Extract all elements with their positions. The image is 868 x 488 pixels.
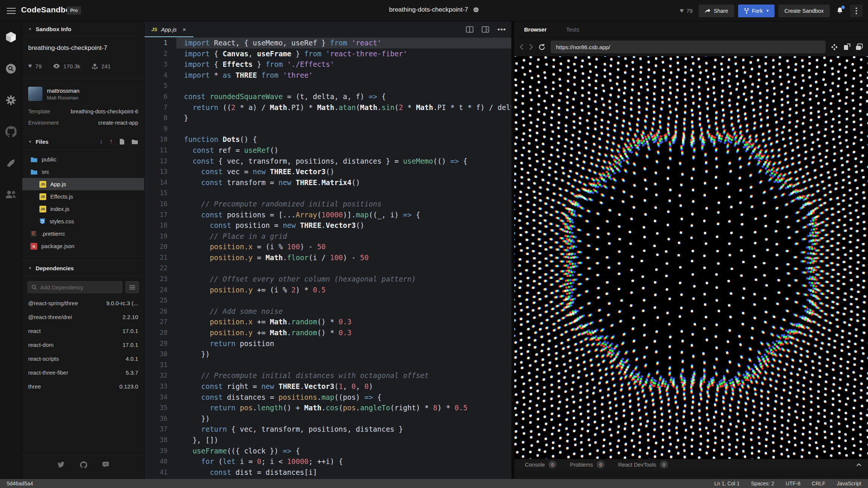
- preview-canvas[interactable]: [514, 56, 868, 468]
- dependency-row[interactable]: @react-spring/three9.0.0-rc.3 (...: [22, 296, 144, 310]
- file-row--prettierrc[interactable]: .prettierrc: [22, 227, 144, 240]
- github-icon[interactable]: [80, 461, 87, 468]
- tab-close-icon[interactable]: ×: [183, 26, 186, 33]
- file-row-app-js[interactable]: JSApp.js: [22, 178, 144, 190]
- line-number: 2: [145, 48, 176, 59]
- code-line: 36 }): [145, 413, 511, 424]
- twitter-icon[interactable]: [57, 461, 65, 468]
- like-button[interactable]: ♥ 79: [680, 7, 693, 15]
- status-item-crlf[interactable]: CRLF: [812, 480, 826, 486]
- add-dependency-search[interactable]: [27, 281, 122, 293]
- new-folder-icon[interactable]: [131, 139, 138, 145]
- status-right-items: Ln 1, Col 1Spaces: 2UTF-8CRLFJavaScript: [714, 480, 861, 486]
- dependency-row[interactable]: react-dom17.0.1: [22, 338, 144, 352]
- console-expand-chevron-icon[interactable]: [856, 463, 864, 466]
- files-header[interactable]: ▼ Files ↓ ↑: [22, 134, 144, 149]
- responsive-preview-icon[interactable]: [831, 44, 838, 51]
- create-sandbox-button[interactable]: Create Sandbox: [778, 5, 830, 17]
- heart-icon: ♥: [28, 62, 32, 70]
- split-editor-icon[interactable]: [466, 26, 473, 33]
- line-number: 7: [145, 102, 176, 113]
- tab-browser[interactable]: Browser: [524, 26, 547, 33]
- dependency-name: @react-three/drei: [28, 314, 72, 320]
- notifications-bell-icon[interactable]: [833, 5, 846, 17]
- status-item-ln-1-col-1[interactable]: Ln 1, Col 1: [714, 480, 740, 486]
- file-row-public[interactable]: public: [22, 153, 144, 166]
- dependency-row[interactable]: react-three-fiber5.3.7: [22, 366, 144, 380]
- template-value[interactable]: breathing-dots-checkpoint-6: [71, 108, 138, 114]
- code-line: 1import React, { useMemo, useRef } from …: [145, 38, 511, 48]
- dependency-row[interactable]: three0.123.0: [22, 380, 144, 393]
- file-row-index-js[interactable]: JSindex.js: [22, 203, 144, 215]
- dependency-name: react: [28, 328, 41, 334]
- dependencies-header[interactable]: ▼ Dependencies: [22, 261, 144, 276]
- back-icon[interactable]: [520, 44, 524, 50]
- environment-value[interactable]: create-react-app: [98, 120, 138, 126]
- more-options-kebab-icon[interactable]: [850, 5, 863, 17]
- open-new-window-icon[interactable]: [843, 44, 850, 51]
- fork-button[interactable]: Fork ▾: [738, 5, 775, 17]
- download-sandbox-icon[interactable]: ↓: [99, 138, 103, 145]
- console-tab-problems[interactable]: Problems0: [563, 459, 611, 470]
- console-tab-react-devtools[interactable]: React DevTools0: [611, 459, 675, 470]
- status-item-javascript[interactable]: JavaScript: [837, 480, 861, 486]
- pane-divider[interactable]: [511, 21, 514, 479]
- dependency-row[interactable]: react17.0.1: [22, 324, 144, 338]
- line-number: 17: [145, 209, 176, 220]
- menu-hamburger-icon[interactable]: [7, 6, 17, 15]
- chat-support-icon[interactable]: [102, 461, 109, 468]
- file-row-package-json[interactable]: npackage.json: [22, 240, 144, 252]
- tab-app-js[interactable]: JS App.js ×: [145, 21, 193, 37]
- dependency-row[interactable]: @react-three/drei2.2.10: [22, 310, 144, 324]
- project-info-cube-icon[interactable]: [0, 21, 22, 53]
- privacy-globe-icon: [473, 7, 479, 13]
- share-button[interactable]: Share: [699, 5, 734, 17]
- code-line: 38 }, []): [145, 435, 511, 446]
- dependency-menu-icon[interactable]: [125, 281, 139, 293]
- settings-gear-icon[interactable]: [0, 84, 22, 116]
- toggle-preview-icon[interactable]: [482, 26, 489, 33]
- author-block[interactable]: mattrossman Matt Rossman: [22, 79, 144, 103]
- code-line: 7 return ((2 * a) / Math.PI) * Math.atan…: [145, 102, 511, 113]
- dependency-version: 0.123.0: [119, 383, 138, 390]
- line-number: 1: [145, 38, 176, 48]
- url-bar[interactable]: [551, 41, 826, 53]
- code-line: 11 const ref = useRef(): [145, 145, 511, 156]
- count-badge: 0: [549, 461, 556, 468]
- file-row-effects-js[interactable]: JSEffects.js: [22, 190, 144, 203]
- line-number: 35: [145, 402, 176, 413]
- deployment-rocket-icon[interactable]: [0, 148, 22, 179]
- duplicate-view-icon[interactable]: [856, 44, 863, 51]
- sandbox-title[interactable]: breathing-dots-checkpoint-7: [389, 6, 468, 13]
- editor-more-icon[interactable]: •••: [497, 26, 506, 34]
- code-line: 23 // Offset every other column (hexagon…: [145, 274, 511, 285]
- code-text: const right = new THREE.Vector3(1, 0, 0): [176, 381, 511, 392]
- code-line: 29 return position: [145, 338, 511, 349]
- folder-icon: [30, 157, 38, 163]
- fork-icon: [744, 8, 749, 14]
- add-dependency-input[interactable]: [40, 284, 118, 291]
- code-text: useFrame(({ clock }) => {: [176, 446, 511, 456]
- line-number: 11: [145, 145, 176, 156]
- console-tab-console[interactable]: Console0: [518, 459, 563, 470]
- forward-icon[interactable]: [529, 44, 533, 50]
- author-username[interactable]: mattrossman: [47, 87, 80, 94]
- new-file-icon[interactable]: [119, 139, 125, 145]
- url-input[interactable]: [556, 44, 820, 50]
- status-item-utf-8[interactable]: UTF-8: [785, 480, 800, 486]
- file-row-src[interactable]: src: [22, 166, 144, 178]
- status-item-spaces-2[interactable]: Spaces: 2: [751, 480, 774, 486]
- tab-tests[interactable]: Tests: [566, 26, 579, 33]
- avatar[interactable]: [28, 87, 42, 101]
- code-editor[interactable]: 1import React, { useMemo, useRef } from …: [145, 38, 511, 479]
- code-text: }: [176, 113, 511, 124]
- file-row-styles-css[interactable]: styles.css: [22, 215, 144, 227]
- live-users-icon[interactable]: [0, 179, 22, 211]
- github-icon[interactable]: [0, 116, 22, 148]
- line-number: 22: [145, 263, 176, 274]
- upload-files-icon[interactable]: ↑: [110, 138, 113, 145]
- sandbox-info-header[interactable]: ▼ Sandbox Info: [22, 21, 144, 37]
- refresh-icon[interactable]: [538, 44, 546, 51]
- dependency-row[interactable]: react-scripts4.0.1: [22, 352, 144, 366]
- search-icon[interactable]: [0, 53, 22, 84]
